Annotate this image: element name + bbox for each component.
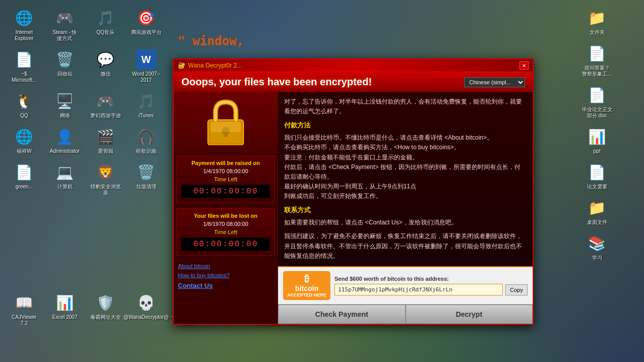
desktop-icon-browser[interactable]: 🦁 猎豹安全浏览器 <box>86 159 125 199</box>
duba-label: 毒霸网址大全 <box>90 314 121 320</box>
desktop-icon-ppt[interactable]: 📊 ppt <box>578 124 616 157</box>
desktop-icon-thesis[interactable]: 📄 毕业论文正文部分.doc <box>578 82 616 121</box>
desktop-icon-study[interactable]: 📚 学习 <box>578 231 616 264</box>
bitcoin-address-input[interactable] <box>334 284 503 295</box>
payment-raised-title: Payment will be raised on <box>181 160 270 166</box>
dialog-titlebar: 🔐 Wana Decrypt0r 2... ✕ <box>174 59 533 72</box>
ie-label: InternetExplorer <box>15 29 34 42</box>
clean-icon: 🗑️ <box>136 162 157 182</box>
desktop-icon-itunes[interactable]: 🎵 iTunes <box>127 88 165 121</box>
desktop-icon-computer[interactable]: 💻 计算机 <box>46 159 84 199</box>
dialog-header-text: Ooops, your files have been encrypted! <box>181 76 372 88</box>
files-lost-title: Your files will be lost on <box>181 213 270 219</box>
message-area: 对了，忘了告诉你，对半年以上没钱付款的穷人，会有活动免费恢复，能否轮到你，就要看… <box>278 92 533 266</box>
steam-label: Steam - 快捷方式 <box>53 29 77 42</box>
desktop-icon-ajj[interactable]: 🎬 爱剪辑 <box>86 124 125 157</box>
desktop-icon-tencent-games[interactable]: 🎯 腾讯游戏平台 <box>127 5 165 44</box>
check-payment-button[interactable]: Check Payment <box>278 305 406 324</box>
bitcoin-address-row: Copy <box>334 284 528 295</box>
green-icon: 📄 <box>14 162 35 182</box>
lxxy-icon: 📄 <box>587 162 607 182</box>
lock-icon-area <box>174 92 278 153</box>
mhxy-label: 梦幻西游手游 <box>90 113 121 119</box>
excel-icon: 📊 <box>55 292 75 313</box>
desktop: 🌐 InternetExplorer 🎮 Steam - 快捷方式 🎵 QQ音乐… <box>0 0 644 362</box>
files-lost-countdown: 00:00:00:00 <box>181 237 270 251</box>
fx-label: 福祥W <box>17 148 32 154</box>
left-panel: Payment will be raised on 1/4/1970 08:00… <box>174 92 278 324</box>
payment-raised-box: Payment will be raised on 1/4/1970 08:00… <box>176 155 275 203</box>
bitcoin-send-message: Send $600 worth of bitcoin to this addre… <box>334 276 528 282</box>
desktop-icon-wechat[interactable]: 💬 微信 <box>86 47 125 86</box>
steam-icon: 🎮 <box>55 8 75 28</box>
browser-label: 猎豹安全浏览器 <box>89 184 122 196</box>
word-icon: W <box>136 49 157 70</box>
message-intro: 对了，忘了告诉你，对半年以上没钱付款的穷人，会有活动免费恢复，能否轮到你，就要看… <box>284 97 527 116</box>
study-icon: 📚 <box>587 233 607 253</box>
desktop-icon-duba[interactable]: 🛡️ 毒霸网址大全 <box>86 290 125 329</box>
folder-label: 文件夹 <box>590 29 605 36</box>
desktop-icon-excel[interactable]: 📊 Excel 2007 <box>46 290 84 329</box>
contact-us-link[interactable]: Contact Us <box>176 281 275 290</box>
fx-icon: 🌐 <box>14 126 35 147</box>
computer-icon: 💻 <box>55 162 75 182</box>
desktop-icon-ms[interactable]: 📄 ~$Microsoft... <box>5 47 43 86</box>
desktop-icon-steam[interactable]: 🎮 Steam - 快捷方式 <box>46 5 84 44</box>
desktop-icon-word[interactable]: W Word 2007○ 2017 <box>127 47 165 86</box>
desktop-icon-clean[interactable]: 🗑️ 垃圾清理 <box>127 159 165 199</box>
lxxy-label: 论文需要 <box>587 184 607 190</box>
desktop-icon-ie[interactable]: 🌐 InternetExplorer <box>5 5 43 44</box>
bitcoin-area: ₿ bitcoin ACCEPTED HERE Send $600 worth … <box>278 266 533 304</box>
qq-music-icon: 🎵 <box>96 8 116 28</box>
wana-icon: 🔐 <box>178 62 186 69</box>
ajj-label: 爱剪辑 <box>98 148 113 154</box>
desktop-icon-network[interactable]: 🖥️ 网络 <box>46 88 84 121</box>
wechat-icon: 💬 <box>96 49 116 70</box>
desktop-icon-green[interactable]: 📄 green... <box>5 159 43 199</box>
dialog-body: Payment will be raised on 1/4/1970 08:00… <box>174 92 533 324</box>
message-scroll-area[interactable]: 对了，忘了告诉你，对半年以上没钱付款的穷人，会有活动免费恢复，能否轮到你，就要看… <box>278 92 533 266</box>
payment-time-left-label: Time Left <box>181 176 270 182</box>
payment-method-text: 我们只会接受比特币。不懂比特币是什么，请点击查看详情 <About bitcoi… <box>284 133 527 201</box>
how-to-buy-link[interactable]: How to buy bitcoins? <box>176 272 275 279</box>
tgsc-icon: 🎧 <box>136 126 157 147</box>
desktop-icon-desktop-files[interactable]: 📁 桌面文件 <box>578 195 616 228</box>
about-bitcoin-link[interactable]: About bitcoin <box>176 262 275 270</box>
desktop-icon-answer[interactable]: 📄 提问答案？警察形象工... <box>578 41 616 80</box>
ajj-icon: 🎬 <box>96 126 116 147</box>
right-panel: 对了，忘了告诉你，对半年以上没钱付款的穷人，会有活动免费恢复，能否轮到你，就要看… <box>278 92 533 324</box>
green-label: green... <box>16 184 33 190</box>
admin-label: Administrator <box>50 148 80 154</box>
desktop-icon-qq-music[interactable]: 🎵 QQ音乐 <box>86 5 125 44</box>
cajviewer-label: CAJViewer7.2 <box>12 314 37 326</box>
desktop-icon-wana[interactable]: 💀 @WanaDecryptor@ <box>127 290 165 329</box>
copy-address-button[interactable]: Copy <box>505 284 528 295</box>
language-selector[interactable]: Chinese (simpl... English <box>464 77 525 87</box>
recycle-icon: 🗑️ <box>55 49 75 70</box>
decrypt-button[interactable]: Decrypt <box>406 305 533 324</box>
qq-label: QQ <box>20 113 28 119</box>
left-bottom-links: About bitcoin How to buy bitcoins? Conta… <box>174 258 278 324</box>
payment-raised-date: 1/4/1970 08:00:00 <box>181 168 270 174</box>
desktop-files-label: 桌面文件 <box>587 219 607 225</box>
desktop-icon-fx[interactable]: 🌐 福祥W <box>5 124 43 157</box>
desktop-icon-recycle[interactable]: 🗑️ 回收站 <box>46 47 84 86</box>
duba-icon: 🛡️ <box>96 292 116 313</box>
desktop-icon-admin[interactable]: 👤 Administrator <box>46 124 84 157</box>
desktop-icon-cajviewer[interactable]: 📖 CAJViewer7.2 <box>5 290 43 329</box>
desktop-icon-qq[interactable]: 🐧 QQ <box>5 88 43 121</box>
excel-label: Excel 2007 <box>52 314 77 320</box>
thesis-label: 毕业论文正文部分.doc <box>580 107 614 119</box>
ie-icon: 🌐 <box>14 8 35 28</box>
desktop-icon-folder[interactable]: 📁 文件夹 <box>578 5 616 38</box>
answer-icon: 📄 <box>587 43 607 63</box>
lock-icon <box>205 100 246 145</box>
bitcoin-right: Send $600 worth of bitcoin to this addre… <box>334 276 528 295</box>
desktop-icon-tgsc[interactable]: 🎧 听歌识曲 <box>127 124 165 157</box>
contact-method-text: 如果需要我们的帮组，请点击 <Contact Us>，发给我们消息吧。 <box>284 218 527 227</box>
desktop-icon-lxxy[interactable]: 📄 论文需要 <box>578 159 616 192</box>
files-lost-date: 1/8/1970 08:00:00 <box>181 221 270 227</box>
desktop-icon-mhxy[interactable]: 🎮 梦幻西游手游 <box>86 88 125 121</box>
dialog-close-button[interactable]: ✕ <box>519 61 529 70</box>
admin-icon: 👤 <box>55 126 75 147</box>
